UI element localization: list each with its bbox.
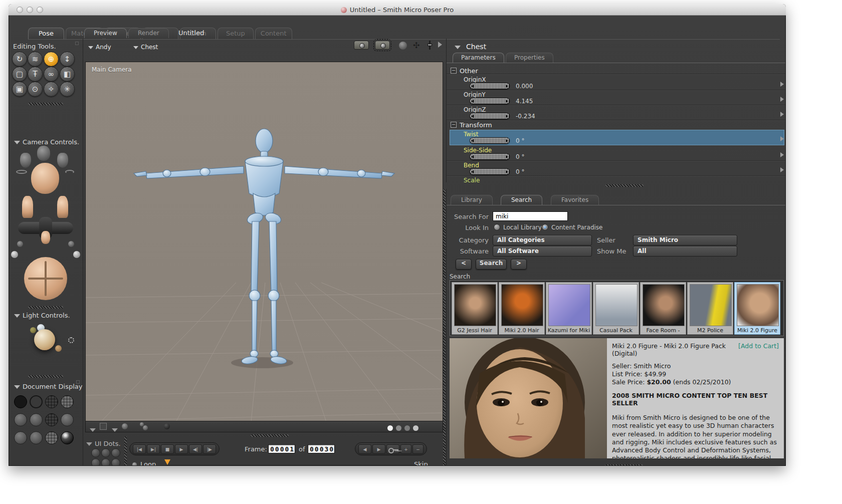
step-forward-button[interactable]: |▶ <box>203 444 216 454</box>
param-value-sideside[interactable]: 0 ° <box>516 153 524 160</box>
ui-dot-4[interactable] <box>91 458 100 466</box>
trackball-icon[interactable] <box>24 257 67 300</box>
light-indicator-icon[interactable] <box>399 42 407 50</box>
flyaround-camera-icon[interactable] <box>37 146 50 161</box>
category-select[interactable]: All Categories <box>493 235 592 245</box>
panel-resize-handle[interactable] <box>605 184 644 187</box>
section-divider[interactable] <box>28 103 63 105</box>
taper-tool-icon[interactable]: Ŧ <box>28 67 43 82</box>
param-menu-arrow-icon[interactable] <box>780 112 784 117</box>
next-page-button[interactable]: > <box>511 259 527 270</box>
play-button[interactable]: ▶ <box>175 444 188 454</box>
display-silhouette-icon[interactable] <box>14 395 27 408</box>
camera-controls-header[interactable]: Camera Controls. <box>14 137 79 146</box>
display-smooth-shaded-icon[interactable] <box>14 431 27 444</box>
morphing-tool-icon[interactable]: ✧ <box>44 82 59 97</box>
move-star-icon[interactable]: ✣ <box>413 41 419 50</box>
light-3-dot[interactable] <box>55 345 62 352</box>
section-divider[interactable] <box>28 375 63 378</box>
add-to-cart-link[interactable]: [Add to Cart] <box>738 342 779 357</box>
total-frames-field[interactable]: 00030 <box>308 444 335 453</box>
param-menu-arrow-icon[interactable] <box>780 82 784 87</box>
loop-label[interactable]: Loop <box>140 460 156 466</box>
tab-properties[interactable]: Properties <box>506 53 553 63</box>
param-menu-arrow-icon[interactable] <box>780 167 784 172</box>
group-collapse-transform[interactable]: − <box>451 122 457 128</box>
scale-dot-right-icon[interactable] <box>68 241 74 247</box>
search-button[interactable]: Search <box>476 259 507 270</box>
section-divider[interactable] <box>28 306 63 309</box>
translate-pull-tool-icon[interactable]: ⊕ <box>44 52 59 67</box>
right-hand-camera-icon[interactable] <box>57 153 68 168</box>
loop-indicator[interactable] <box>132 462 137 466</box>
twist-tool-icon[interactable]: ≋ <box>28 52 43 67</box>
tracking-box-icon[interactable] <box>100 423 107 430</box>
tab-parameters[interactable]: Parameters <box>453 53 504 63</box>
radio-content-paradise[interactable] <box>542 224 548 230</box>
rotate-tool-icon[interactable]: ↻ <box>12 52 27 67</box>
param-value-originx[interactable]: 0.000 <box>516 83 533 90</box>
current-frame-field[interactable]: 00001 <box>268 444 295 453</box>
actor-select[interactable]: Chest <box>133 42 158 51</box>
vertical-resize-handle[interactable] <box>443 189 446 466</box>
ui-dot-6[interactable] <box>111 458 120 466</box>
sun-icon[interactable] <box>68 337 74 343</box>
delete-keyframe-button[interactable]: − <box>412 444 424 454</box>
translate-inout-tool-icon[interactable]: ↕ <box>60 52 75 67</box>
display-hidden-line-icon[interactable] <box>61 395 74 408</box>
param-name-originz[interactable]: OriginZ <box>464 106 486 113</box>
tab-preview[interactable]: Preview <box>84 28 127 38</box>
display-smooth-lined-icon[interactable] <box>30 431 43 444</box>
display-style-menu-icon[interactable] <box>112 428 118 432</box>
focal-dot-right-icon[interactable] <box>73 251 80 258</box>
param-name-originx[interactable]: OriginX <box>464 76 486 83</box>
display-lit-wireframe-icon[interactable] <box>14 413 27 426</box>
camera-view-icon[interactable] <box>354 41 369 50</box>
param-dial-originx[interactable] <box>470 83 510 89</box>
radio-content-paradise-label[interactable]: Content Paradise <box>551 224 602 231</box>
ui-dot-3[interactable] <box>111 448 120 457</box>
tab-search[interactable]: Search <box>501 195 542 205</box>
tab-library[interactable]: Library <box>451 195 493 205</box>
display-outline-icon[interactable] <box>30 395 43 408</box>
param-name-twist[interactable]: Twist <box>464 131 478 138</box>
param-value-originz[interactable]: -0.234 <box>516 113 535 120</box>
left-hand-raised-icon[interactable] <box>22 196 33 218</box>
ui-dot-1[interactable] <box>91 448 100 457</box>
radio-local-library-label[interactable]: Local Library <box>503 224 542 231</box>
result-thumb-7-selected[interactable]: Miki 2.0 Figure <box>734 282 780 335</box>
shadow-ball-icon[interactable] <box>164 423 170 429</box>
param-menu-arrow-icon[interactable] <box>780 152 784 157</box>
param-menu-arrow-icon[interactable] <box>780 97 784 102</box>
tab-setup[interactable]: Setup <box>218 28 254 39</box>
timeline-track[interactable] <box>165 465 416 466</box>
tracking-ball-icon[interactable] <box>122 423 128 429</box>
last-frame-button[interactable]: ▶| <box>147 444 160 454</box>
ui-dot-5[interactable] <box>101 458 110 466</box>
camera-name-label[interactable]: Main Camera <box>92 66 132 73</box>
result-thumb-3[interactable]: Kazumi for Miki <box>546 282 592 335</box>
result-thumb-5[interactable]: Face Room - <box>640 282 686 335</box>
document-display-header[interactable]: Document Display <box>14 381 83 391</box>
light-controls-header[interactable]: Light Controls. <box>14 310 70 320</box>
camera-select-icon[interactable] <box>375 41 390 50</box>
next-keyframe-button[interactable]: ▶ <box>372 444 385 454</box>
right-hand-raised-icon[interactable] <box>57 196 68 218</box>
color-tool-icon[interactable]: ◧ <box>60 67 75 82</box>
display-cartoon-icon[interactable] <box>61 413 74 426</box>
animating-toggle-icon[interactable] <box>16 170 27 174</box>
software-select[interactable]: All Software <box>493 246 592 257</box>
timeline-marker[interactable] <box>164 459 170 465</box>
param-dial-originz[interactable] <box>470 113 510 119</box>
first-frame-button[interactable]: |◀ <box>133 444 146 454</box>
display-flat-shaded-icon[interactable] <box>30 413 43 426</box>
scale-tool-icon[interactable]: ▢ <box>12 67 27 82</box>
ui-dot-2[interactable] <box>101 448 110 457</box>
param-dial-twist[interactable] <box>470 137 510 144</box>
param-menu-arrow-icon[interactable] <box>780 136 784 141</box>
add-keyframe-button[interactable]: + <box>400 444 411 454</box>
display-preview-icon[interactable] <box>61 431 74 444</box>
result-thumb-4[interactable]: Casual Pack <box>593 282 639 335</box>
skip-frames-label[interactable]: Skip Frames <box>414 460 443 466</box>
tab-pose[interactable]: Pose <box>28 28 64 39</box>
